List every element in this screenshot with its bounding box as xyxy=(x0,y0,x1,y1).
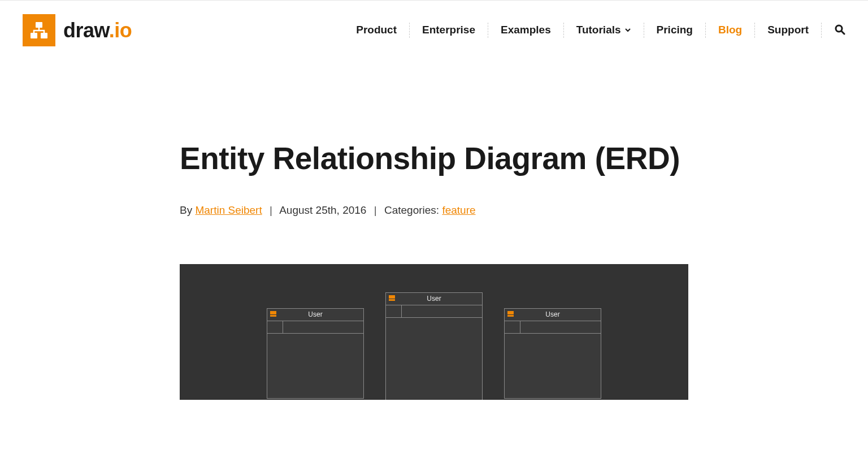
byline-prefix: By xyxy=(180,204,195,216)
site-header: draw.io Product Enterprise Examples Tuto… xyxy=(0,1,868,60)
erd-entity-title: User xyxy=(427,295,441,303)
meta-separator: | xyxy=(374,204,377,216)
erd-entity-title: User xyxy=(308,310,322,318)
nav-enterprise[interactable]: Enterprise xyxy=(410,23,488,38)
nav-label: Blog xyxy=(718,24,742,37)
nav-label: Pricing xyxy=(657,24,693,37)
logo-text: draw.io xyxy=(63,19,132,42)
entity-icon xyxy=(507,311,514,314)
svg-rect-0 xyxy=(36,22,42,28)
nav-label: Support xyxy=(767,24,809,37)
nav-pricing[interactable]: Pricing xyxy=(644,23,706,38)
categories-label: Categories: xyxy=(384,204,442,216)
page-title: Entity Relationship Diagram (ERD) xyxy=(180,139,688,178)
erd-entity-header: User xyxy=(505,309,601,321)
svg-rect-2 xyxy=(41,33,47,38)
nav-label: Product xyxy=(356,24,397,37)
erd-canvas: User User User xyxy=(180,264,688,400)
nav-product[interactable]: Product xyxy=(344,23,410,38)
erd-entity: User xyxy=(267,308,364,399)
article-meta: By Martin Seibert | August 25th, 2016 | … xyxy=(180,204,688,217)
nav-label: Examples xyxy=(501,24,551,37)
author-link[interactable]: Martin Seibert xyxy=(195,204,262,216)
nav-support[interactable]: Support xyxy=(755,23,822,38)
publish-date: August 25th, 2016 xyxy=(279,204,366,216)
hero-image: User User User xyxy=(180,264,688,400)
search-button[interactable] xyxy=(822,23,845,38)
nav-label: Tutorials xyxy=(576,24,621,37)
meta-separator: | xyxy=(270,204,272,216)
erd-entity-title: User xyxy=(545,310,559,318)
nav-label: Enterprise xyxy=(422,24,475,37)
erd-entity-header: User xyxy=(386,293,482,305)
logo[interactable]: draw.io xyxy=(23,14,132,46)
nav-blog[interactable]: Blog xyxy=(706,23,755,38)
logo-text-b: .io xyxy=(109,19,132,42)
category-link[interactable]: feature xyxy=(442,204,475,216)
chevron-down-icon xyxy=(624,27,631,33)
entity-icon xyxy=(389,295,395,299)
nav-tutorials[interactable]: Tutorials xyxy=(564,23,644,38)
erd-entity-header: User xyxy=(267,309,363,321)
logo-mark-icon xyxy=(23,14,55,46)
article: Entity Relationship Diagram (ERD) By Mar… xyxy=(174,60,694,434)
svg-rect-1 xyxy=(31,33,37,38)
erd-entity: User xyxy=(385,292,483,400)
logo-text-a: draw xyxy=(63,19,109,42)
svg-line-4 xyxy=(841,31,844,34)
primary-nav: Product Enterprise Examples Tutorials Pr… xyxy=(344,23,845,38)
entity-icon xyxy=(270,311,276,314)
nav-examples[interactable]: Examples xyxy=(488,23,564,38)
search-icon xyxy=(834,24,845,37)
erd-entity: User xyxy=(504,308,601,399)
